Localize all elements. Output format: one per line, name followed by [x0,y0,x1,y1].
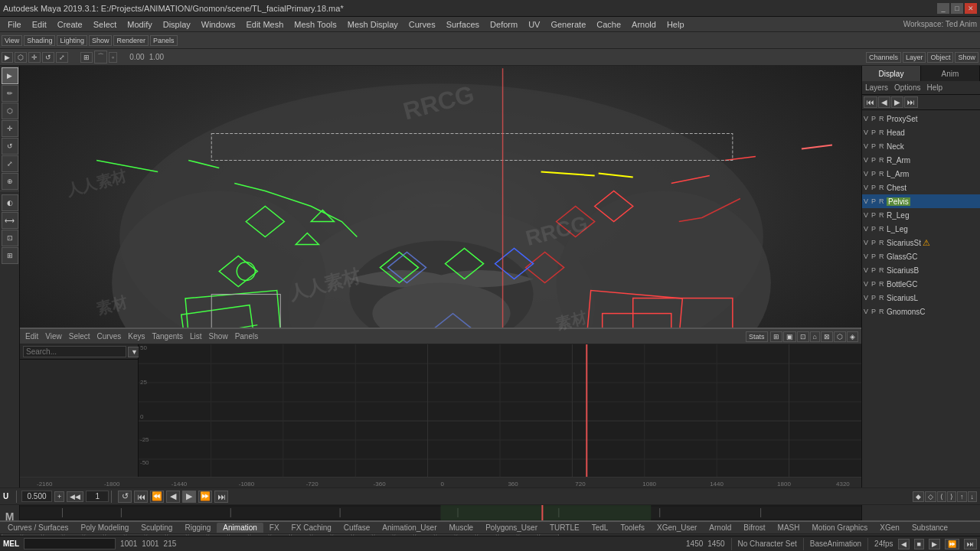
shelf-tab-sculpt[interactable]: Sculpting [135,523,178,533]
outliner-item-larm[interactable]: V P R L_Arm [862,167,980,181]
loop-btn[interactable]: ↺ [118,491,132,503]
shelf-tab-rig[interactable]: Rigging [178,523,217,533]
shelf-tab-muscle[interactable]: Muscle [443,523,479,533]
shelf-tab-xgenuser[interactable]: XGen_User [651,523,703,533]
menu-help[interactable]: Help [662,19,689,30]
tool-scale[interactable]: ⤢ [56,52,68,63]
play-fwd[interactable]: ▶ [182,491,196,503]
shelf-tab-turtle[interactable]: TURTLE [544,523,586,533]
tab-anim[interactable]: Anim [921,66,980,81]
tool-snap-point[interactable]: ◦ [109,52,117,63]
ge-menu-keys[interactable]: Keys [126,332,147,341]
outliner-item-proxyset[interactable]: V P R ProxySet [862,112,980,126]
shelf-tab-fx[interactable]: FX [263,523,286,533]
shelf-tab-anim[interactable]: Animation [217,523,263,533]
shelf-tab-polyuser[interactable]: Polygons_User [479,523,544,533]
menu-modify[interactable]: Modify [122,19,156,30]
ge-icon2[interactable]: ▣ [783,331,796,342]
status-play-back[interactable]: ◀ [898,539,910,549]
shelf-tab-motiong[interactable]: Motion Graphics [805,523,874,533]
ge-menu-panels[interactable]: Panels [233,332,261,341]
rp-layers[interactable]: Layers [865,83,888,92]
go-start[interactable]: ⏮ [134,491,148,503]
tool-snap-curve[interactable]: ⌒ [94,51,107,64]
show-right-button[interactable]: Show [955,52,978,63]
ge-stats-btn[interactable]: Stats [746,331,768,342]
object-button[interactable]: Object [927,52,953,63]
outliner-item-glassgc[interactable]: V P R GlassGC [862,249,980,263]
shelf-tab-fxcache[interactable]: FX Caching [286,523,338,533]
ge-menu-show[interactable]: Show [207,332,230,341]
ge-search-input[interactable] [23,346,126,357]
outliner-item-gnomonsc[interactable]: V P R GnomonsC [862,305,980,318]
view-button[interactable]: View [2,35,22,46]
shelf-tab-xgen[interactable]: XGen [874,523,906,533]
menu-cache[interactable]: Cache [592,19,626,30]
menu-generate[interactable]: Generate [546,19,590,30]
ge-icon3[interactable]: ⊡ [797,331,809,342]
rp-help[interactable]: Help [926,83,942,92]
tool-show-manip[interactable]: ⊕ [2,173,18,190]
menu-windows[interactable]: Windows [197,19,240,30]
play-back[interactable]: ◀ [166,491,180,503]
tool-select-btn[interactable]: ▶ [2,67,18,84]
status-go-end[interactable]: ⏭ [964,539,977,549]
step-fwd[interactable]: ⏩ [198,491,212,503]
tool-lasso-btn[interactable]: ⬡ [2,103,18,119]
close-button[interactable]: ✕ [965,3,977,14]
shading-button[interactable]: Shading [24,35,55,46]
outliner-item-bottlegc[interactable]: V P R BottleGC [862,277,980,291]
menu-deform[interactable]: Deform [485,19,522,30]
key-icon5[interactable]: ↑ [957,491,967,502]
outliner-item-lleg[interactable]: V P R L_Leg [862,222,980,236]
status-step-fwd[interactable]: ⏩ [945,539,959,549]
ge-icon6[interactable]: ⬡ [834,331,846,342]
lighting-button[interactable]: Lighting [57,35,87,46]
ge-menu-view[interactable]: View [43,332,64,341]
key-icon1[interactable]: ◆ [913,491,924,502]
panels-button[interactable]: Panels [150,35,178,46]
outliner-item-neck[interactable]: V P R Neck [862,139,980,153]
ge-icon1[interactable]: ⊞ [770,331,782,342]
outliner-item-sicariusst[interactable]: V P R SicariusSt ⚠ [862,236,980,249]
timeline-bar[interactable]: 215 [20,505,861,520]
menu-arnold[interactable]: Arnold [627,19,661,30]
outliner-item-pelvis[interactable]: V P R Pelvis [862,194,980,208]
tool-lasso[interactable]: ⬡ [15,52,27,63]
minimize-button[interactable]: _ [937,3,949,14]
shelf-tab-substance[interactable]: Substance [906,523,954,533]
rp-options[interactable]: Options [894,83,920,92]
outliner-item-head[interactable]: V P R Head [862,126,980,139]
tool-snap[interactable]: ⊡ [2,230,18,246]
nav-next[interactable]: ▶ [891,96,903,108]
tool-select[interactable]: ▶ [2,52,13,63]
shelf-tab-mash[interactable]: MASH [772,523,806,533]
menu-surfaces[interactable]: Surfaces [442,19,484,30]
nav-prev2[interactable]: ◀ [878,96,890,108]
shelf-tab-tedl[interactable]: TedL [586,523,615,533]
menu-select[interactable]: Select [89,19,122,30]
tool-mirror[interactable]: ⟷ [2,212,18,229]
shelf-tab-arnold[interactable]: Arnold [703,523,737,533]
nav-next2[interactable]: ⏭ [904,96,918,108]
menu-mesh-display[interactable]: Mesh Display [343,19,403,30]
tool-rotate-btn[interactable]: ↺ [2,138,18,155]
ge-menu-tangents[interactable]: Tangents [149,332,185,341]
key-icon2[interactable]: ◇ [925,491,936,502]
maximize-button[interactable]: □ [951,3,963,14]
tool-move-btn[interactable]: ✛ [2,120,18,137]
tab-display[interactable]: Display [862,66,921,81]
ge-icon4[interactable]: ⌂ [810,331,820,342]
playback-speed-input[interactable] [21,491,52,502]
outliner-item-chest[interactable]: V P R Chest [862,181,980,194]
ge-menu-edit[interactable]: Edit [23,332,41,341]
shelf-tab-cutfase[interactable]: Cutfase [338,523,376,533]
menu-mesh-tools[interactable]: Mesh Tools [289,19,341,30]
shelf-tab-animuser[interactable]: Animation_User [376,523,443,533]
menu-edit[interactable]: Edit [28,19,51,30]
tool-paint-btn[interactable]: ✏ [2,85,18,102]
ge-icon7[interactable]: ◈ [847,331,858,342]
ge-menu-curves[interactable]: Curves [95,332,124,341]
shelf-tab-curves[interactable]: Curves / Surfaces [2,523,74,533]
shelf-tab-bifrost[interactable]: Bifrost [737,523,771,533]
